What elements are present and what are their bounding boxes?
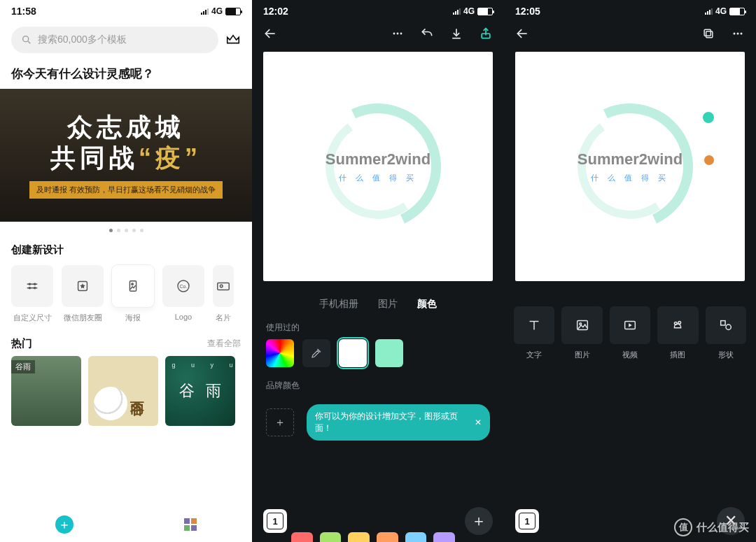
card-poster[interactable]: 海报 [112, 265, 154, 323]
card-label: 海报 [112, 313, 154, 323]
brand-title: Summer2wind [326, 150, 430, 169]
hot-title: 热门 [11, 337, 32, 350]
signal-icon [453, 8, 461, 15]
tool-label: 插图 [657, 350, 698, 360]
svg-point-28 [678, 322, 681, 325]
svg-point-30 [726, 325, 731, 329]
search-icon [21, 34, 32, 45]
battery-icon [477, 8, 493, 15]
card-label: 名片 [213, 313, 234, 323]
close-icon[interactable]: ✕ [475, 418, 482, 427]
page-indicator[interactable]: 1 [263, 509, 287, 533]
hero-banner[interactable]: 众志成城 共同战“疫” 及时通报 有效预防，早日打赢这场看不见硝烟的战争 [0, 89, 252, 222]
search-row: 搜索60,000多个模板 [0, 20, 252, 60]
status-right: 4G [453, 6, 493, 16]
copy-icon[interactable] [701, 27, 715, 41]
hot-more-link[interactable]: 查看全部 [207, 338, 241, 350]
undo-icon[interactable] [420, 27, 434, 41]
create-button[interactable]: ＋ [55, 515, 74, 534]
color-wheel-swatch[interactable] [266, 339, 294, 367]
svg-point-21 [734, 33, 736, 35]
tab-color[interactable]: 颜色 [417, 298, 437, 311]
editor-bottombar: 1 ✕ [504, 500, 756, 542]
logo-artwork: Summer2wind 什 么 值 得 买 [560, 97, 700, 236]
back-icon[interactable] [263, 27, 277, 41]
svg-rect-29 [720, 321, 724, 325]
status-right: 4G [705, 6, 745, 16]
card-namecard[interactable]: 名片 [213, 265, 234, 323]
svg-point-27 [675, 322, 678, 325]
card-logo[interactable]: Co. Logo [162, 265, 204, 323]
svg-point-10 [132, 283, 133, 285]
handle-dot[interactable] [704, 155, 714, 165]
battery-icon [729, 8, 745, 15]
tool-label: 图片 [561, 350, 602, 360]
battery-icon [225, 8, 241, 15]
svg-line-1 [28, 41, 30, 43]
tool-shape[interactable]: 形状 [706, 306, 746, 360]
add-page-button[interactable]: ＋ [465, 507, 493, 535]
screen-home: 11:58 4G 搜索60,000多个模板 你今天有什么设计灵感呢？ 众志成城 … [0, 0, 252, 542]
page-indicator[interactable]: 1 [515, 509, 539, 533]
design-canvas[interactable]: Summer2wind 什 么 值 得 买 [515, 52, 745, 281]
handle-dot[interactable] [703, 112, 714, 123]
swatch-white[interactable] [339, 339, 367, 367]
svg-point-22 [737, 33, 739, 35]
svg-point-14 [220, 285, 223, 287]
download-icon[interactable] [449, 27, 463, 41]
create-section-title: 创建新设计 [0, 239, 252, 261]
svg-point-0 [23, 36, 29, 42]
tool-label: 形状 [706, 350, 746, 360]
banner-line2: 共同战“疫” [50, 143, 202, 173]
template-thumb[interactable]: 谷雨 [11, 356, 81, 426]
dashboard-icon[interactable] [184, 518, 197, 531]
swatch-mint[interactable] [375, 339, 403, 367]
card-custom-size[interactable]: 自定义尺寸 [11, 265, 53, 323]
hot-header: 热门 查看全部 [0, 327, 252, 356]
close-button[interactable]: ✕ [717, 507, 745, 535]
tool-image[interactable]: 图片 [561, 306, 602, 360]
tab-phone-album[interactable]: 手机相册 [319, 298, 358, 311]
palette-strip[interactable] [291, 532, 455, 542]
back-icon[interactable] [515, 27, 529, 41]
card-wechat-moments[interactable]: 微信朋友圈 [62, 265, 104, 323]
tool-video[interactable]: 视频 [610, 306, 650, 360]
search-input[interactable]: 搜索60,000多个模板 [11, 27, 218, 53]
tab-images[interactable]: 图片 [378, 298, 398, 311]
add-brand-color[interactable]: ＋ [266, 408, 294, 436]
svg-point-17 [400, 33, 402, 35]
network-label: 4G [463, 6, 475, 16]
design-canvas[interactable]: Summer2wind 什 么 值 得 买 [263, 52, 493, 281]
brand-subtitle: 什 么 值 得 买 [326, 173, 430, 183]
template-thumb[interactable]: 谷雨 [88, 356, 158, 426]
more-icon[interactable] [731, 27, 745, 41]
template-thumb[interactable]: g u y u谷雨 [165, 356, 235, 426]
network-label: 4G [715, 6, 727, 16]
headline: 你今天有什么设计灵感呢？ [0, 60, 252, 89]
used-colors-row [252, 339, 504, 367]
crown-icon[interactable] [225, 32, 241, 48]
svg-rect-20 [704, 29, 710, 36]
tool-row: 文字 图片 视频 插图 形状 [504, 285, 756, 360]
card-label: Logo [162, 313, 204, 321]
svg-rect-19 [706, 31, 713, 38]
carousel-dots[interactable] [0, 222, 252, 239]
used-colors-label: 使用过的 [252, 320, 504, 339]
svg-text:Co.: Co. [180, 284, 188, 289]
content-tabs: 手机相册 图片 颜色 [252, 285, 504, 320]
card-label: 微信朋友圈 [62, 313, 104, 323]
hint-tooltip: 你可以为你的设计增加文字，图形或页面！ ✕ [307, 404, 490, 441]
more-icon[interactable] [391, 27, 405, 41]
screen-editor-tools: 12:05 4G Summer2wind 什 么 值 得 买 文字 [504, 0, 756, 542]
logo-artwork: Summer2wind 什 么 值 得 买 [308, 97, 448, 236]
svg-point-15 [393, 33, 396, 35]
tool-text[interactable]: 文字 [514, 306, 554, 360]
status-time: 12:02 [263, 6, 288, 17]
network-label: 4G [211, 6, 223, 16]
status-bar: 12:05 4G [504, 0, 756, 20]
tool-label: 文字 [514, 350, 554, 360]
share-icon[interactable] [479, 27, 493, 41]
card-label: 自定义尺寸 [11, 313, 53, 323]
eyedropper-swatch[interactable] [302, 339, 330, 367]
tool-illustration[interactable]: 插图 [657, 306, 698, 360]
